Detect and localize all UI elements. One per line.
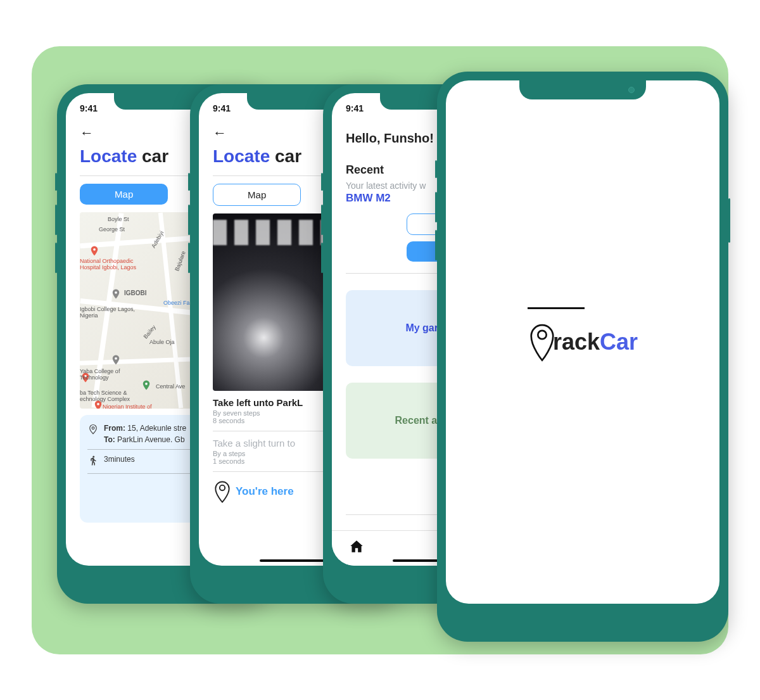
svg-point-6	[92, 426, 94, 429]
home-icon[interactable]	[348, 538, 365, 557]
map-tab-button[interactable]: Map	[213, 184, 301, 206]
svg-point-4	[145, 382, 148, 385]
pin-icon	[87, 424, 99, 437]
app-logo: rackCar	[528, 320, 638, 364]
svg-point-0	[93, 248, 96, 250]
svg-point-5	[97, 402, 99, 405]
svg-point-9	[538, 330, 546, 338]
pin-icon	[213, 480, 232, 504]
back-button[interactable]: ←	[80, 125, 94, 141]
svg-point-8	[220, 485, 225, 490]
phone-splash: rackCar	[437, 72, 728, 642]
svg-point-7	[92, 455, 94, 457]
eta-text: 3minutes	[104, 455, 135, 464]
walk-icon	[87, 455, 99, 468]
svg-point-1	[115, 291, 117, 293]
map-tab-button[interactable]: Map	[80, 184, 168, 205]
back-button[interactable]: ←	[213, 125, 227, 141]
svg-point-3	[115, 357, 117, 359]
